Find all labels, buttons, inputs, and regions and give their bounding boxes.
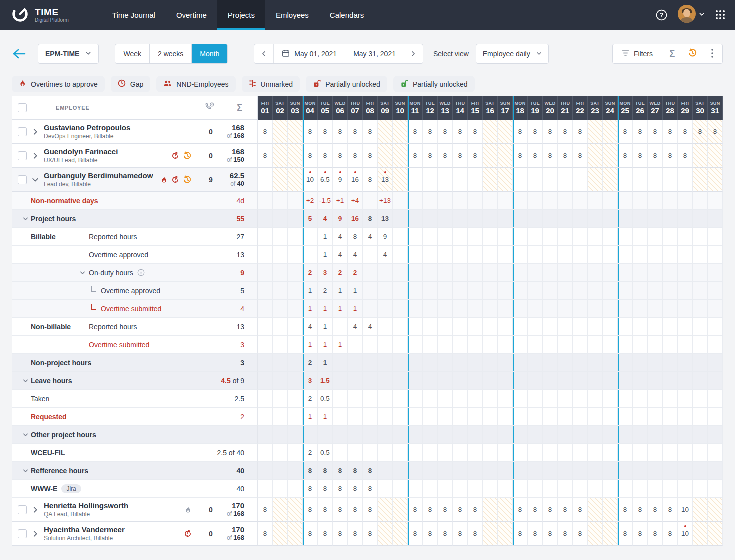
day-cell[interactable] [393,372,408,390]
day-cell[interactable] [258,390,273,408]
detail-row[interactable]: Requested211 [12,408,723,426]
day-cell[interactable] [633,336,648,354]
day-cell[interactable] [453,192,468,210]
day-cell[interactable] [663,264,678,282]
day-cell[interactable] [588,372,603,390]
day-cell[interactable] [453,426,468,444]
day-cell[interactable] [348,354,363,372]
day-cell[interactable] [468,426,483,444]
day-cell[interactable]: 8 [423,522,438,546]
day-cell[interactable] [483,522,498,546]
collapse-section-icon[interactable] [80,270,86,276]
day-cell[interactable] [648,444,663,462]
sum-toggle-button[interactable]: Σ [662,44,682,64]
day-cell[interactable]: 8 [633,144,648,168]
chip-partially-unlocked-green[interactable]: Partially unlocked [394,76,475,92]
day-cell[interactable] [393,444,408,462]
day-cell[interactable]: 8 [333,144,348,168]
day-cell[interactable] [288,498,303,522]
day-cell[interactable] [513,480,528,498]
day-cell[interactable]: 8 [648,144,663,168]
day-cell[interactable] [693,168,708,192]
day-cell[interactable] [483,228,498,246]
day-cell[interactable] [483,120,498,144]
day-cell[interactable] [408,300,423,318]
day-cell[interactable] [663,246,678,264]
day-cell[interactable]: 8 [543,120,558,144]
day-cell[interactable] [498,444,513,462]
day-cell[interactable] [558,282,573,300]
day-cell[interactable] [468,228,483,246]
day-cell[interactable] [693,426,708,444]
day-cell[interactable] [603,444,618,462]
day-cell[interactable]: 1 [318,354,333,372]
employee-name[interactable]: Guendolyn Farinacci [44,148,118,156]
day-cell[interactable] [288,336,303,354]
day-cell[interactable]: 4 [348,246,363,264]
day-cell[interactable] [303,426,318,444]
day-cell[interactable]: 8 [318,144,333,168]
day-cell[interactable]: 1 [333,336,348,354]
day-cell[interactable] [393,300,408,318]
day-cell[interactable] [258,336,273,354]
day-cell[interactable] [378,282,393,300]
day-cell[interactable] [393,408,408,426]
day-cell[interactable]: 8 [618,498,633,522]
detail-row[interactable]: Non-project hours321 [12,354,723,372]
range-week[interactable]: Week [116,44,150,64]
day-cell[interactable] [423,336,438,354]
day-cell[interactable]: 8 [648,120,663,144]
day-cell[interactable]: 13 [378,210,393,228]
day-cell[interactable] [438,210,453,228]
day-cell[interactable] [663,282,678,300]
day-cell[interactable] [258,354,273,372]
day-cell[interactable] [513,168,528,192]
day-cell[interactable] [693,462,708,480]
day-cell[interactable] [708,318,723,336]
day-cell[interactable]: 1 [333,282,348,300]
day-cell[interactable] [408,444,423,462]
nav-item-projects[interactable]: Projects [218,0,266,30]
day-cell[interactable] [618,192,633,210]
day-cell[interactable] [438,480,453,498]
day-cell[interactable] [498,480,513,498]
day-cell[interactable] [663,168,678,192]
day-cell[interactable] [288,390,303,408]
collapse-section-icon[interactable] [23,378,28,384]
day-cell[interactable] [408,264,423,282]
day-cell[interactable] [588,522,603,546]
day-cell[interactable] [348,390,363,408]
day-cell[interactable] [573,282,588,300]
day-cell[interactable]: 8 [678,144,693,168]
day-cell[interactable]: 4 [378,246,393,264]
day-cell[interactable] [588,168,603,192]
day-cell[interactable]: 8 [408,498,423,522]
detail-row[interactable]: Non-normative days4d+2-1.5+1+4+13 [12,192,723,210]
day-cell[interactable]: +1 [333,192,348,210]
day-cell[interactable]: 8 [543,498,558,522]
day-cell[interactable] [708,210,723,228]
day-cell[interactable] [468,408,483,426]
day-cell[interactable] [273,228,288,246]
day-cell[interactable] [363,354,378,372]
day-cell[interactable] [378,390,393,408]
day-cell[interactable] [273,264,288,282]
day-cell[interactable]: 8 [558,120,573,144]
day-cell[interactable]: 8 [333,120,348,144]
day-cell[interactable] [573,228,588,246]
day-cell[interactable] [393,228,408,246]
day-cell[interactable]: 8 [633,498,648,522]
day-cell[interactable] [288,210,303,228]
day-cell[interactable]: 8 [258,498,273,522]
day-cell[interactable] [678,426,693,444]
day-cell[interactable] [603,264,618,282]
day-cell[interactable] [513,300,528,318]
day-cell[interactable]: 2 [303,264,318,282]
day-cell[interactable] [528,444,543,462]
day-cell[interactable] [288,168,303,192]
day-cell[interactable] [633,354,648,372]
day-cell[interactable]: 8 [663,144,678,168]
day-cell[interactable] [693,522,708,546]
day-cell[interactable] [408,282,423,300]
apps-grid-icon[interactable] [715,10,726,20]
